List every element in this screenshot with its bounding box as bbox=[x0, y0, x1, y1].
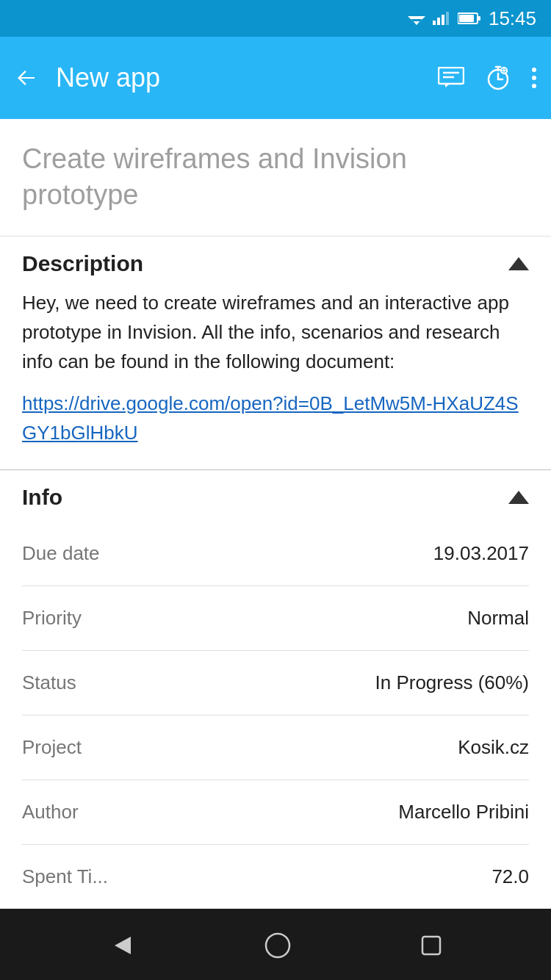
nav-recent-button[interactable] bbox=[420, 934, 442, 956]
info-title: Info bbox=[22, 485, 62, 510]
nav-back-button[interactable] bbox=[109, 932, 135, 959]
more-vertical-icon bbox=[532, 65, 536, 91]
wifi-icon bbox=[408, 12, 425, 25]
status-icons: 15:45 bbox=[408, 7, 536, 30]
svg-rect-4 bbox=[437, 18, 440, 25]
svg-rect-10 bbox=[439, 68, 464, 84]
svg-rect-8 bbox=[478, 16, 480, 21]
timer-add-button[interactable] bbox=[485, 65, 511, 91]
description-title: Description bbox=[22, 251, 143, 276]
table-row: Author Marcello Pribini bbox=[22, 780, 529, 845]
svg-marker-23 bbox=[115, 937, 131, 954]
task-title: Create wireframes and Invision prototype bbox=[0, 119, 551, 236]
info-section: Info Due date 19.03.2017 Priority Normal… bbox=[0, 469, 551, 909]
app-bar-actions bbox=[438, 65, 536, 91]
svg-marker-13 bbox=[445, 83, 451, 87]
info-value-2: In Progress (60%) bbox=[375, 671, 529, 694]
info-label-2: Status bbox=[22, 671, 76, 694]
info-header: Info bbox=[22, 470, 529, 522]
status-bar: 15:45 bbox=[0, 0, 551, 37]
info-label-4: Author bbox=[22, 801, 79, 824]
page-title: New app bbox=[56, 62, 420, 93]
svg-rect-3 bbox=[433, 21, 436, 25]
description-section: Description Hey, we need to create wiref… bbox=[0, 236, 551, 469]
table-row: Priority Normal bbox=[22, 586, 529, 651]
battery-icon bbox=[458, 12, 481, 25]
nav-home-button[interactable] bbox=[264, 932, 291, 959]
info-label-0: Due date bbox=[22, 542, 100, 565]
description-link[interactable]: https://drive.google.com/open?id=0B_LetM… bbox=[22, 389, 529, 470]
more-options-button[interactable] bbox=[532, 65, 536, 91]
info-value-0: 19.03.2017 bbox=[433, 542, 529, 565]
info-value-3: Kosik.cz bbox=[458, 736, 529, 759]
comment-button[interactable] bbox=[438, 67, 464, 89]
signal-icon bbox=[433, 12, 450, 25]
svg-rect-9 bbox=[459, 15, 474, 22]
description-header: Description bbox=[22, 237, 529, 288]
info-rows: Due date 19.03.2017 Priority Normal Stat… bbox=[22, 522, 529, 909]
back-button[interactable] bbox=[15, 66, 38, 90]
info-value-1: Normal bbox=[467, 607, 529, 630]
table-row: Due date 19.03.2017 bbox=[22, 522, 529, 586]
table-row: Spent Ti... 72.0 bbox=[22, 845, 529, 909]
content-area: Create wireframes and Invision prototype… bbox=[0, 119, 551, 909]
info-label-1: Priority bbox=[22, 607, 82, 630]
svg-rect-25 bbox=[422, 937, 440, 954]
info-value-4: Marcello Pribini bbox=[398, 801, 529, 824]
table-row: Status In Progress (60%) bbox=[22, 651, 529, 716]
bottom-navigation bbox=[0, 909, 551, 980]
svg-rect-5 bbox=[442, 15, 444, 25]
info-value-5: 72.0 bbox=[491, 865, 529, 888]
description-body: Hey, we need to create wireframes and an… bbox=[22, 288, 529, 389]
info-label-3: Project bbox=[22, 736, 82, 759]
table-row: Project Kosik.cz bbox=[22, 716, 529, 780]
svg-marker-2 bbox=[414, 21, 419, 25]
info-label-5: Spent Ti... bbox=[22, 865, 108, 888]
svg-point-24 bbox=[266, 934, 289, 957]
status-time: 15:45 bbox=[489, 7, 536, 30]
svg-rect-6 bbox=[446, 12, 449, 25]
app-bar: New app bbox=[0, 37, 551, 119]
info-collapse-icon[interactable] bbox=[508, 491, 529, 504]
description-collapse-icon[interactable] bbox=[508, 257, 529, 270]
